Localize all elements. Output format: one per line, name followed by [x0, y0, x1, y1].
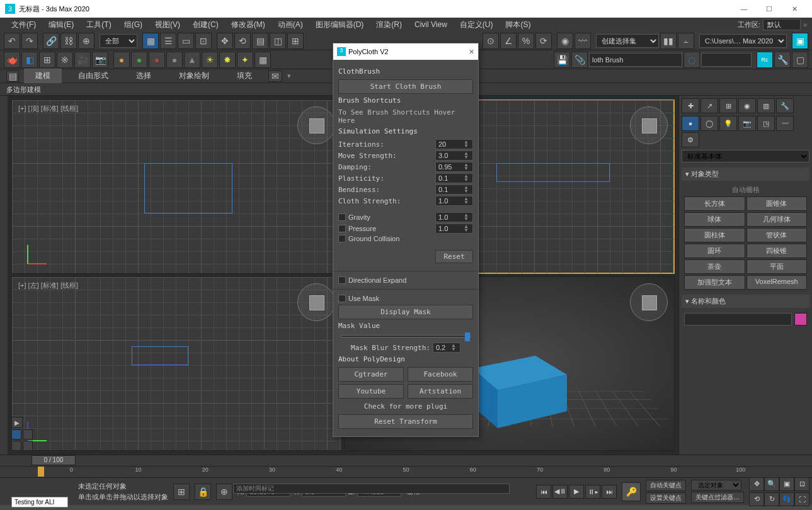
obj-cone[interactable]: 圆锥体: [746, 196, 808, 211]
object-name-input[interactable]: [684, 313, 792, 326]
nav-walk-button[interactable]: 👣: [779, 492, 794, 506]
cat-systems[interactable]: ⚙: [682, 132, 699, 147]
link-cgtrader[interactable]: Cgtrader: [338, 367, 404, 382]
maximize-button[interactable]: ☐: [757, 0, 782, 18]
obj-torus[interactable]: 圆环: [684, 244, 745, 258]
obj-box[interactable]: 长方体: [684, 196, 745, 211]
display-mask-button[interactable]: Display Mask: [338, 305, 473, 319]
camera-icon[interactable]: 🎥: [74, 52, 91, 68]
viewcube-top[interactable]: [297, 106, 335, 144]
cmd-tab-display[interactable]: ▥: [757, 98, 775, 113]
snap-button[interactable]: ⊙: [483, 33, 499, 49]
rect-select-button[interactable]: ▭: [178, 33, 194, 49]
workspace-dropdown[interactable]: 默认: [763, 19, 801, 30]
time-slider-bar[interactable]: 0 / 100: [0, 455, 812, 466]
play-button[interactable]: ▶: [569, 485, 584, 499]
check-more-link[interactable]: Check for more plugi: [338, 402, 473, 411]
mask-value-slider[interactable]: [341, 335, 471, 337]
menu-file[interactable]: 文件(F): [5, 20, 42, 30]
flash-icon[interactable]: ✦: [237, 52, 253, 68]
obj-plane[interactable]: 平面: [746, 259, 808, 274]
use-mask-checkbox[interactable]: Use Mask: [338, 295, 473, 302]
scale-button[interactable]: ▤: [252, 33, 268, 49]
obj-teapot[interactable]: 茶壶: [684, 259, 745, 274]
angle-snap-button[interactable]: ∠: [500, 33, 517, 49]
undo-button[interactable]: ↶: [4, 33, 20, 49]
selection-set-dropdown[interactable]: 创建选择集: [596, 34, 659, 48]
obj-voxelremesh[interactable]: VoxelRemesh: [746, 275, 808, 290]
nav-roll-button[interactable]: ↻: [764, 492, 779, 506]
next-frame-button[interactable]: ⏸▶: [585, 485, 600, 499]
directional-expand-checkbox[interactable]: Directional Expand: [338, 276, 473, 284]
sphere-red-icon[interactable]: ●: [149, 52, 165, 68]
key-target-dropdown[interactable]: 选定对象: [691, 480, 741, 490]
goto-end-button[interactable]: ⏭: [602, 485, 617, 499]
object-color-swatch[interactable]: [794, 313, 807, 326]
nav-maximize-button[interactable]: ⛶: [794, 492, 809, 506]
param-spinner-3[interactable]: 0.1▲▼: [435, 173, 473, 183]
spinner-icon[interactable]: ◌: [683, 52, 700, 68]
check-1[interactable]: Pressure: [338, 225, 433, 232]
dialog-titlebar[interactable]: 3 PolyCloth V2 ✕: [333, 43, 478, 60]
param-spinner-2[interactable]: 0.95▲▼: [435, 162, 473, 172]
check-0[interactable]: Gravity: [338, 213, 433, 221]
help-icon[interactable]: »: [803, 21, 807, 28]
save-icon[interactable]: 💾: [554, 52, 570, 68]
obj-textplus[interactable]: 加强型文本: [684, 275, 745, 290]
goto-start-button[interactable]: ⏮: [536, 485, 551, 499]
window-select-button[interactable]: ⊡: [195, 33, 212, 49]
render-button[interactable]: ▦: [254, 52, 271, 68]
cone-icon[interactable]: ▲: [184, 52, 200, 68]
box-tool-icon[interactable]: ▢: [792, 52, 808, 68]
schematic-button[interactable]: ⊞: [39, 52, 55, 68]
redo-button[interactable]: ↷: [21, 33, 38, 49]
nav-zoom-all-button[interactable]: ⊡: [794, 477, 809, 491]
material-editor-button[interactable]: ◉: [557, 33, 573, 49]
menu-script[interactable]: 脚本(S): [499, 20, 537, 30]
cmd-tab-modify[interactable]: ↗: [700, 98, 718, 113]
particle-button[interactable]: ※: [57, 52, 73, 68]
max-tool-button[interactable]: ▣: [792, 33, 808, 49]
viewport-top[interactable]: [+] [顶] [标准] [线框]: [11, 99, 342, 274]
menu-modifier[interactable]: 修改器(M): [225, 20, 272, 30]
param-spinner-4[interactable]: 0.1▲▼: [435, 184, 473, 195]
sphere-gold-icon[interactable]: ●: [113, 52, 130, 68]
ref-coord-button[interactable]: ⊞: [287, 33, 304, 49]
vp-layout-3[interactable]: [11, 441, 21, 451]
viewcube-left[interactable]: [297, 283, 335, 321]
cmd-tab-create[interactable]: ✚: [682, 98, 699, 113]
menu-tools[interactable]: 工具(T): [80, 20, 117, 30]
project-path-dropdown[interactable]: C:\Users\… Max 2020: [699, 34, 787, 48]
auto-key-button[interactable]: 自动关键点: [646, 480, 686, 491]
xform-type-icon[interactable]: ⊕: [216, 484, 232, 500]
nav-fov-button[interactable]: ▣: [779, 477, 794, 491]
wrench-icon[interactable]: 🔧: [774, 52, 791, 68]
reset-button[interactable]: Reset: [435, 250, 473, 263]
autogrid-checkbox[interactable]: 自动栅格: [684, 183, 807, 196]
param-spinner-0[interactable]: 20▲▼: [435, 139, 473, 149]
viewport-top-label[interactable]: [+] [顶] [标准] [线框]: [18, 104, 78, 113]
nav-pan-button[interactable]: ✥: [749, 477, 764, 491]
obj-cylinder[interactable]: 圆柱体: [684, 228, 745, 242]
link-facebook[interactable]: Facebook: [408, 367, 473, 382]
set-key-button[interactable]: 设置关键点: [646, 492, 686, 504]
menu-animation[interactable]: 动画(A): [272, 20, 309, 30]
check-spinner-1[interactable]: 1.0▲▼: [435, 224, 473, 234]
menu-customize[interactable]: 自定义(U): [454, 20, 500, 30]
rotate-button[interactable]: ⟲: [234, 33, 251, 49]
dialog-close-button[interactable]: ✕: [469, 48, 474, 56]
primitive-type-dropdown[interactable]: 标准基本体: [682, 150, 809, 162]
obj-tube[interactable]: 管状体: [746, 228, 808, 242]
filter-dropdown[interactable]: 全部: [100, 34, 137, 48]
viewcube-persp[interactable]: [630, 283, 668, 321]
viewport-left[interactable]: [+] [左] [标准] [线框]: [11, 276, 342, 451]
ribbon-toggle-button[interactable]: ▤: [6, 71, 19, 82]
viewcube-front[interactable]: [630, 106, 668, 144]
param-spinner-1[interactable]: 3.0▲▼: [435, 150, 473, 161]
mirror-button[interactable]: ▮▮: [660, 33, 677, 49]
align-button[interactable]: ⫠: [678, 33, 694, 49]
menu-view[interactable]: 视图(V): [149, 20, 186, 30]
bind-button[interactable]: ⊕: [78, 33, 94, 49]
menu-edit[interactable]: 编辑(E): [42, 20, 80, 30]
layer-button[interactable]: ◧: [21, 52, 38, 68]
